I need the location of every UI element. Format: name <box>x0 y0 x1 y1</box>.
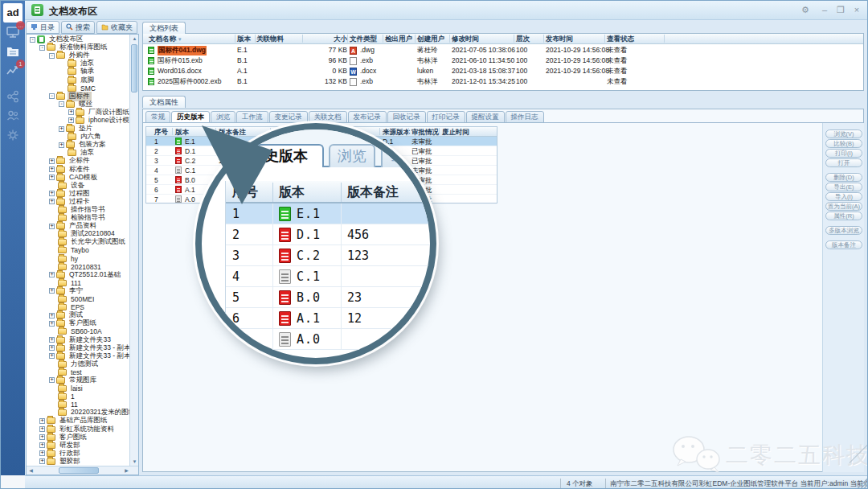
expand-icon[interactable]: + <box>39 426 45 432</box>
expand-icon[interactable]: + <box>49 337 55 343</box>
doc-list-column-header[interactable]: 修改时间 <box>452 35 479 44</box>
action-button-4[interactable]: 删除(D) <box>825 173 862 182</box>
props-tab-5[interactable]: 关联文档 <box>309 111 347 123</box>
tree-item[interactable]: 500MEI <box>27 295 130 303</box>
action-button-9[interactable]: 多版本浏览 <box>825 226 862 235</box>
doc-list-tab[interactable]: 文档列表 <box>142 22 186 34</box>
tree-item[interactable]: Taybo <box>27 246 130 254</box>
doc-props-tab[interactable]: 文档属性 <box>142 96 186 108</box>
expand-icon[interactable]: + <box>59 142 64 148</box>
expand-icon[interactable]: + <box>49 321 55 327</box>
resize-grip[interactable] <box>858 479 867 488</box>
props-tab-10[interactable]: 操作日志 <box>506 111 544 123</box>
tree-item[interactable]: +李宁 <box>27 287 130 295</box>
expand-icon[interactable]: + <box>49 166 55 172</box>
doc-list-column-header[interactable]: 创建用户 <box>417 35 444 44</box>
expand-icon[interactable]: + <box>68 109 74 115</box>
doc-list-row[interactable]: 国标件041.dwgE.177 KBA.dwg蒋桂玲2021-07-05 10:… <box>143 45 863 55</box>
doc-list-column-header[interactable]: 关联物料 <box>256 35 284 44</box>
left-tab-favorites[interactable]: 收藏夹 <box>96 21 137 34</box>
scroll-left-icon[interactable]: ◀ <box>27 466 35 475</box>
props-tab-2[interactable]: 浏览 <box>211 111 235 123</box>
documents-icon[interactable] <box>6 44 20 59</box>
props-tab-4[interactable]: 变更记录 <box>269 111 308 123</box>
collapse-icon[interactable]: - <box>30 37 35 43</box>
collapse-icon[interactable]: - <box>49 53 55 59</box>
expand-icon[interactable]: + <box>49 345 55 351</box>
expand-icon[interactable]: + <box>49 313 55 318</box>
expand-icon[interactable]: + <box>39 458 45 464</box>
window-settings-icon[interactable]: ⚙ <box>800 5 811 16</box>
tree-item[interactable]: 底脚 <box>27 76 130 84</box>
props-tab-0[interactable]: 常规 <box>145 111 170 123</box>
tree-item[interactable]: 长光华大测试图纸 <box>27 238 130 246</box>
expand-icon[interactable]: + <box>49 158 55 164</box>
expand-icon[interactable]: + <box>59 126 64 132</box>
expand-icon[interactable]: + <box>49 224 55 229</box>
close-button[interactable]: × <box>851 5 862 16</box>
doc-list-column-header[interactable]: 版本 <box>237 35 251 44</box>
props-tab-1[interactable]: 历史版本 <box>171 111 210 123</box>
tree-item[interactable]: +塑胶部 <box>27 458 130 466</box>
expand-icon[interactable]: + <box>49 377 55 383</box>
tree-item[interactable]: laisi <box>27 384 130 392</box>
expand-icon[interactable]: + <box>49 175 55 180</box>
props-tab-9[interactable]: 提醒设置 <box>466 111 505 123</box>
minimize-button[interactable]: – <box>819 5 830 16</box>
scroll-right-icon[interactable]: ▶ <box>122 466 131 475</box>
action-button-8[interactable]: 属性(R) <box>825 212 862 220</box>
action-button-1[interactable]: 比较(B) <box>825 139 862 148</box>
left-tab-directory[interactable]: 目录 <box>26 21 59 34</box>
collapse-icon[interactable]: - <box>49 93 55 99</box>
gear-icon[interactable] <box>6 128 20 142</box>
expand-icon[interactable]: + <box>39 450 45 456</box>
magnifier-tab-2[interactable]: 浏览 <box>329 144 375 167</box>
chart-icon[interactable]: 1 <box>6 64 20 78</box>
expand-icon[interactable]: + <box>39 434 45 440</box>
props-tab-7[interactable]: 回收记录 <box>387 111 426 123</box>
expand-icon[interactable]: + <box>49 288 55 294</box>
props-tab-3[interactable]: 工作流 <box>236 111 268 123</box>
left-tab-search[interactable]: 搜索 <box>61 21 95 34</box>
expand-icon[interactable]: + <box>39 442 45 448</box>
props-tab-8[interactable]: 打印记录 <box>427 111 465 123</box>
tree-item[interactable]: 1 <box>27 392 130 401</box>
doc-list-column-header[interactable]: 检出用户 <box>385 35 412 44</box>
collapse-icon[interactable]: - <box>59 101 64 107</box>
collapse-icon[interactable]: - <box>39 45 45 51</box>
doc-list-column-header[interactable]: 查看状态 <box>607 35 634 44</box>
tree-item[interactable]: +QT25512.01基础 <box>27 271 130 279</box>
scroll-thumb[interactable] <box>59 467 99 474</box>
tree-item[interactable]: hy <box>27 255 130 263</box>
doc-list-column-header[interactable]: 发布时间 <box>546 35 573 44</box>
expand-icon[interactable]: + <box>39 418 45 424</box>
doc-list-column-header[interactable]: 层次 <box>516 35 530 44</box>
tree-horizontal-scrollbar[interactable]: ◀ ▶ <box>27 466 139 475</box>
expand-icon[interactable]: + <box>49 353 55 359</box>
action-button-7[interactable]: 置为当前(A) <box>825 202 862 211</box>
tree-item[interactable]: +常规图库 <box>27 376 130 384</box>
expand-icon[interactable]: + <box>49 191 55 196</box>
restore-button[interactable]: ❐ <box>835 5 846 16</box>
doc-list-row[interactable]: 国标件015.exbB.196 KB.exb韦林洋2021-06-10 11:3… <box>143 55 863 66</box>
action-button-10[interactable]: 版本备注 <box>825 240 862 249</box>
monitor-icon[interactable]: … <box>6 25 20 39</box>
doc-list-row[interactable]: 2025国标件0002.exbB.1132 KB.exb韦林洋2021-12-0… <box>143 76 863 87</box>
expand-icon[interactable]: + <box>49 272 55 277</box>
tree-item[interactable]: +客户图纸 <box>27 319 130 327</box>
scroll-thumb[interactable] <box>131 44 137 92</box>
doc-list-column-header[interactable]: 文档名称 ▼ <box>149 35 182 44</box>
action-button-6[interactable]: 导入(I) <box>825 192 862 201</box>
magnifier-tab-1[interactable]: 历史版本 <box>234 144 324 167</box>
props-tab-6[interactable]: 发布记录 <box>348 111 387 123</box>
doc-list-column-header[interactable]: 大小 <box>301 35 347 44</box>
sort-descending-icon[interactable]: ▼ <box>176 37 182 42</box>
action-button-5[interactable]: 导出(E) <box>825 183 862 191</box>
users-icon[interactable] <box>6 109 20 123</box>
action-button-0[interactable]: 浏览(V) <box>825 129 862 138</box>
expand-icon[interactable]: + <box>68 117 74 123</box>
scroll-up-icon[interactable]: ▲ <box>130 35 139 43</box>
doc-list-row[interactable]: Word016.docxA.10 KBW.docxluken2021-03-18… <box>143 66 863 76</box>
action-button-3[interactable]: 打开 <box>825 158 862 167</box>
doc-list-column-header[interactable]: 文件类型 <box>350 35 377 44</box>
